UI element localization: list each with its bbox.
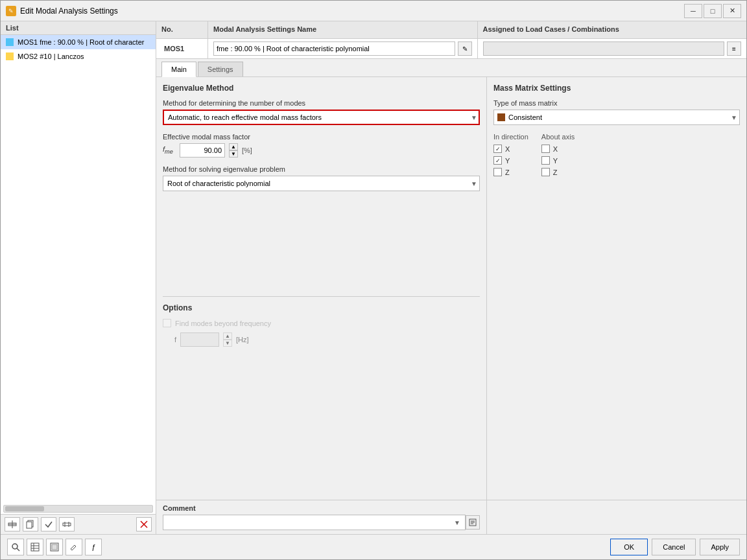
edit-icon-button[interactable] <box>65 539 82 555</box>
comment-edit-button[interactable] <box>466 515 480 530</box>
direction-section: In direction ✓ X ✓ Y Z <box>493 133 740 180</box>
axis-y-label: Y <box>553 157 558 165</box>
bottom-toolbar: ƒ OK Cancel Apply <box>1 534 746 559</box>
add-row-button[interactable] <box>5 517 20 531</box>
left-content-area: Eigenvalue Method Method for determining… <box>156 77 487 500</box>
f-unit: [Hz] <box>236 336 249 344</box>
window-title: Edit Modal Analysis Settings <box>20 6 118 16</box>
search-icon-button[interactable] <box>7 539 24 555</box>
axis-z-label: Z <box>553 169 558 176</box>
f-label: f <box>174 336 176 344</box>
direction-z-checkbox[interactable] <box>493 168 502 176</box>
tab-bar: Main Settings <box>156 59 746 77</box>
check-button[interactable] <box>41 517 56 531</box>
svg-line-15 <box>17 548 19 551</box>
direction-y-checkbox[interactable]: ✓ <box>493 156 502 165</box>
list-toolbar <box>1 514 156 534</box>
direction-z-label: Z <box>505 169 510 176</box>
find-modes-label: Find modes beyond frequency <box>175 320 271 327</box>
list-item-label-1: MOS1 fme : 90.00 % | Root of character <box>18 38 144 46</box>
effective-header: Effective modal mass factor <box>163 133 480 141</box>
scroll-thumb <box>5 506 44 511</box>
edit-name-button[interactable]: ✎ <box>458 41 472 56</box>
list-header: List <box>1 21 156 35</box>
assigned-list-button[interactable]: ≡ <box>727 41 741 56</box>
cancel-button[interactable]: Cancel <box>652 539 696 555</box>
about-axis-label: About axis <box>541 133 575 141</box>
axis-x-label: X <box>553 145 558 153</box>
copy-button[interactable] <box>23 517 38 531</box>
list-container: MOS1 fme : 90.00 % | Root of character M… <box>1 35 156 270</box>
options-section-header: Options <box>163 296 480 312</box>
axis-z-checkbox[interactable] <box>541 168 550 176</box>
minimize-button[interactable]: ─ <box>684 4 702 18</box>
view-icon-button[interactable] <box>46 539 63 555</box>
axis-y-checkbox[interactable] <box>541 156 550 165</box>
mass-type-label: Type of mass matrix <box>493 99 740 107</box>
svg-line-22 <box>75 545 76 546</box>
freq-up[interactable]: ▲ <box>223 332 232 340</box>
fme-spinner[interactable]: ▲ ▼ <box>229 143 238 158</box>
method-label: Method for determining the number of mod… <box>163 99 480 107</box>
in-direction-label: In direction <box>493 133 528 141</box>
eigenvalue-section-header: Eigenvalue Method <box>163 84 480 93</box>
tab-main[interactable]: Main <box>161 62 196 77</box>
eigenvalue-method-dropdown[interactable]: Root of characteristic polynomial Lanczo… <box>163 176 480 191</box>
no-value: MOS1 <box>161 43 187 54</box>
mass-section-header: Mass Matrix Settings <box>493 84 740 93</box>
fme-down[interactable]: ▼ <box>229 150 238 158</box>
list-item[interactable]: MOS2 #10 | Lanczos <box>1 49 156 64</box>
eigenvalue-label: Method for solving eigenvalue problem <box>163 165 480 173</box>
bottom-left-buttons: ƒ <box>7 539 102 555</box>
fme-up[interactable]: ▲ <box>229 143 238 150</box>
bottom-right-buttons: OK Cancel Apply <box>610 539 740 555</box>
comment-header: Comment <box>163 504 480 512</box>
freq-down[interactable]: ▼ <box>223 340 232 347</box>
direction-x-label: X <box>505 145 510 153</box>
fme-input[interactable] <box>180 143 225 158</box>
list-item-color-1 <box>6 38 14 46</box>
apply-button[interactable]: Apply <box>700 539 740 555</box>
fme-label: fme <box>163 145 176 155</box>
fme-unit: [%] <box>242 146 252 154</box>
method-dropdown[interactable]: Automatic, to reach effective modal mass… <box>163 110 480 125</box>
axis-x-checkbox[interactable] <box>541 145 550 153</box>
direction-x-checkbox[interactable]: ✓ <box>493 145 502 153</box>
svg-rect-5 <box>63 523 71 526</box>
name-input[interactable] <box>213 41 455 56</box>
comment-dropdown[interactable] <box>163 515 466 530</box>
assigned-input[interactable] <box>483 41 725 56</box>
settings-button[interactable] <box>59 517 75 531</box>
svg-rect-4 <box>27 522 32 528</box>
delete-button[interactable] <box>136 517 152 531</box>
list-item-color-2 <box>6 52 14 60</box>
function-icon-button[interactable]: ƒ <box>85 539 102 555</box>
close-button[interactable]: ✕ <box>723 4 741 18</box>
maximize-button[interactable]: □ <box>704 4 722 18</box>
freq-spinner[interactable]: ▲ ▼ <box>223 332 232 347</box>
list-item-label-2: MOS2 #10 | Lanczos <box>18 52 84 60</box>
assigned-header: Assigned to Load Cases / Combinations <box>478 21 747 38</box>
table-icon-button[interactable] <box>27 539 43 555</box>
list-item[interactable]: MOS1 fme : 90.00 % | Root of character <box>1 35 156 49</box>
horizontal-scrollbar[interactable] <box>3 505 153 513</box>
svg-point-14 <box>12 544 18 549</box>
direction-y-label: Y <box>505 157 510 165</box>
mass-type-dropdown[interactable]: Consistent Lumped Reduced <box>493 110 740 125</box>
right-content-area: Mass Matrix Settings Type of mass matrix… <box>487 77 746 500</box>
window-icon: ✎ <box>6 6 16 16</box>
svg-rect-21 <box>52 544 57 550</box>
no-header: No. <box>156 21 208 38</box>
ok-button[interactable]: OK <box>610 539 648 555</box>
name-header: Modal Analysis Settings Name <box>208 21 478 38</box>
svg-rect-16 <box>31 543 39 551</box>
function-icon: ƒ <box>91 543 95 551</box>
tab-settings[interactable]: Settings <box>198 62 243 76</box>
frequency-input[interactable] <box>180 332 219 347</box>
find-modes-checkbox[interactable] <box>163 319 171 327</box>
